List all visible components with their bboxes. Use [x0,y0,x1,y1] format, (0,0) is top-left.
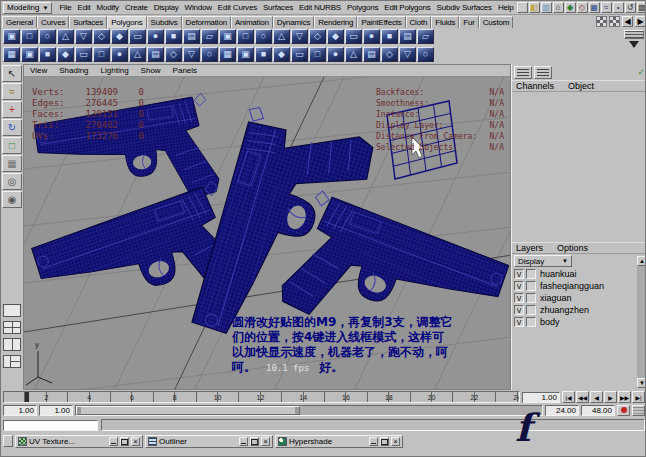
layer-editor-tab-button[interactable] [534,66,552,79]
viewport-menu-item[interactable]: Shading [59,66,88,75]
scroll-up-icon[interactable]: ▲ [637,256,646,266]
shelf-tool-icon[interactable]: △ [345,47,362,62]
layer-visibility-toggle[interactable]: V [514,269,524,279]
texture-checker-icon[interactable] [609,16,620,27]
play-backwards-button[interactable]: ◀ [590,391,603,403]
shelf-tool-icon[interactable]: ◇ [381,47,398,62]
viewport-menu-item[interactable]: Panels [173,66,197,75]
minimize-button[interactable] [109,437,118,446]
layer-editor-menu-item[interactable]: Layers [516,243,543,253]
render-frame-icon[interactable]: ▩ [637,2,646,13]
shelf-tool-icon[interactable]: ▭ [75,47,92,62]
shelf-tab[interactable]: Dynamics [273,16,315,28]
range-slider-handle[interactable] [76,406,300,415]
shelf-tool-icon[interactable]: □ [21,29,38,44]
shelf-tool-icon[interactable]: ● [327,47,344,62]
playback-end-field[interactable] [545,405,579,416]
maximize-button[interactable] [250,437,259,446]
channel-box-menu-item[interactable]: Object [568,81,594,91]
menubar-item[interactable]: Edit NURBS [296,3,344,12]
animation-start-field[interactable] [3,405,37,416]
shelf-tool-icon[interactable]: ● [363,29,380,44]
layer-color-swatch[interactable] [526,281,536,291]
shelf-tool-icon[interactable]: ▣ [219,29,236,44]
layout-two-pane-button[interactable] [3,338,21,351]
shelf-tool-icon[interactable]: △ [129,47,146,62]
playback-start-field[interactable] [39,405,73,416]
shelf-tool-icon[interactable]: ■ [39,47,56,62]
shelf-tab[interactable]: General [2,16,37,28]
move-tool[interactable]: + [2,101,22,118]
shelf-tool-icon[interactable]: ▦ [3,47,20,62]
shelf-tab[interactable]: PaintEffects [357,16,405,28]
menubar-item[interactable]: Edit Curves [215,3,260,12]
minimized-panel[interactable]: UV Texture... × [15,435,143,448]
channel-box-tab-button[interactable] [514,66,532,79]
snap-point-icon[interactable]: • [613,2,624,13]
layer-row[interactable]: V body [512,316,636,328]
play-forwards-button[interactable]: ▶ [604,391,617,403]
select-object-icon[interactable]: ◆ [565,2,576,13]
animation-end-field[interactable] [581,405,615,416]
menubar-item[interactable]: Modify [94,3,122,12]
layer-visibility-toggle[interactable]: V [514,305,524,315]
layer-scrollbar[interactable]: ▲ ▼ [637,256,646,388]
shelf-tool-icon[interactable]: ■ [165,29,182,44]
close-button[interactable]: × [261,437,270,446]
shelf-tool-icon[interactable]: ▭ [291,47,308,62]
menubar-item[interactable]: Help [495,3,517,12]
viewport-menu-item[interactable]: Show [141,66,161,75]
shelf-tool-icon[interactable]: △ [57,29,74,44]
shelf-tool-icon[interactable]: △ [273,29,290,44]
menubar-item[interactable]: Create [122,3,151,12]
layer-visibility-toggle[interactable]: V [514,281,524,291]
layer-visibility-toggle[interactable]: V [514,293,524,303]
step-back-button[interactable]: ◀◀ [576,391,589,403]
shelf-tool-icon[interactable]: ■ [255,47,272,62]
command-line-input[interactable] [3,420,98,431]
maximize-button[interactable] [120,437,129,446]
panels-bar-grip[interactable] [3,435,13,447]
layer-display-dropdown[interactable]: Display ▼ [514,255,572,267]
viewport-menu-item[interactable]: Lighting [101,66,129,75]
shelf-tab[interactable]: Animation [231,16,273,28]
menubar-item[interactable]: Edit Polygons [381,3,433,12]
shelf-tool-icon[interactable]: □ [93,47,110,62]
shelf-tab[interactable]: Curves [37,16,69,28]
shelf-tool-icon[interactable]: ◆ [327,29,344,44]
shelf-editor-icon[interactable] [624,30,644,39]
select-hierarchy-icon[interactable]: ⌂ [553,2,564,13]
construction-history-icon[interactable]: ↺ [625,2,636,13]
snap-curve-icon[interactable]: ≈ [601,2,612,13]
shelf-tab[interactable]: Cloth [406,16,432,28]
shelf-tab[interactable]: Polygons [107,16,146,28]
shelf-tab[interactable]: Fur [459,16,478,28]
shelf-scroll-left-icon[interactable]: ◀ [622,16,633,27]
layer-color-swatch[interactable] [526,269,536,279]
menubar-item[interactable]: Subdiv Surfaces [434,3,495,12]
shelf-menu-icon[interactable] [629,41,639,48]
lasso-select-tool[interactable]: ≈ [2,83,22,100]
layer-row[interactable]: V xiaguan [512,292,636,304]
animation-preferences-button[interactable] [632,405,645,416]
shelf-tab[interactable]: Custom [479,16,513,28]
time-slider[interactable]: 24681012141618202224 [3,391,520,403]
shelf-tool-icon[interactable]: ◇ [93,29,110,44]
shelf-tool-icon[interactable]: ◆ [57,47,74,62]
shelf-tool-icon[interactable]: ● [111,47,128,62]
shelf-tool-icon[interactable]: ▽ [183,47,200,62]
shelf-tool-icon[interactable]: ▣ [21,47,38,62]
shelf-tool-icon[interactable]: ▭ [345,29,362,44]
open-scene-icon[interactable]: ◧ [529,2,540,13]
menubar-item[interactable]: File [56,3,74,12]
snap-grid-icon[interactable]: ▦ [589,2,600,13]
layer-editor-menu-item[interactable]: Options [557,243,588,253]
current-time-field[interactable] [522,392,560,403]
layer-visibility-toggle[interactable]: V [514,317,524,327]
maximize-button[interactable] [380,437,389,446]
shelf-tool-icon[interactable]: ▱ [201,29,218,44]
layer-color-swatch[interactable] [526,293,536,303]
go-to-end-button[interactable]: ▶| [632,391,645,403]
shelf-tool-icon[interactable]: ◆ [273,47,290,62]
shelf-tool-icon[interactable]: ▦ [219,47,236,62]
